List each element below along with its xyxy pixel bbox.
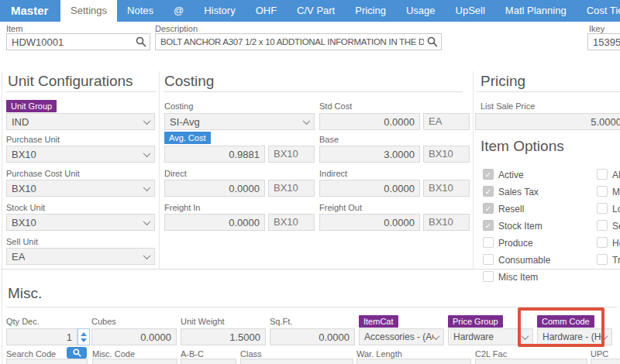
chevron-down-icon xyxy=(601,332,608,340)
chevron-down-icon xyxy=(143,218,151,225)
checkbox-misc-item[interactable] xyxy=(483,271,494,282)
stock-unit-select[interactable]: BX10 xyxy=(6,214,155,231)
itemcat-value: Accessories - (ACC) xyxy=(364,331,433,342)
costing-title: Costing xyxy=(164,73,214,90)
column-divider xyxy=(473,71,474,269)
itemcat-select[interactable]: Accessories - (ACC) xyxy=(359,328,444,345)
checkbox-option-col2[interactable] xyxy=(597,220,608,231)
checkbox-misc-item-label: Misc Item xyxy=(498,272,538,283)
heading-rule xyxy=(6,307,617,307)
checkbox-stock-item-label: Stock Item xyxy=(498,221,542,232)
purchase-cost-unit-value: BX10 xyxy=(12,183,36,194)
checkbox-option-col2-label: Tr xyxy=(612,255,620,266)
purchase-unit-label: Purchase Unit xyxy=(6,135,60,144)
search-icon xyxy=(73,349,81,357)
base-input[interactable] xyxy=(319,146,420,163)
std-cost-input[interactable] xyxy=(319,113,420,130)
tab-cost-tiers[interactable]: Cost Tiers xyxy=(577,0,620,22)
class-input[interactable] xyxy=(240,359,353,364)
checkbox-option-col2[interactable] xyxy=(597,169,608,180)
chevron-down-icon xyxy=(143,117,151,125)
freight-in-label: Freight In xyxy=(164,203,200,212)
checkbox-option-col2-label: Ma xyxy=(612,187,620,197)
search-icon[interactable] xyxy=(427,36,438,50)
pricing-title: Pricing xyxy=(480,73,525,90)
search-code-input[interactable] xyxy=(6,359,88,364)
abc-input[interactable] xyxy=(181,359,236,364)
unit-group-select[interactable]: IND xyxy=(6,113,155,130)
indirect-input[interactable] xyxy=(319,180,420,197)
list-sale-price-input[interactable] xyxy=(475,113,620,130)
ikey-input[interactable] xyxy=(587,33,620,50)
unit-configurations-title: Unit Configurations xyxy=(8,73,133,90)
price-group-select[interactable]: Hardware xyxy=(448,328,533,345)
item-input[interactable] xyxy=(6,33,150,50)
tab-cv-part[interactable]: C/V Part xyxy=(287,0,345,22)
tab-settings[interactable]: Settings xyxy=(60,0,117,22)
checkbox-option-col2[interactable] xyxy=(597,186,608,197)
purchase-unit-value: BX10 xyxy=(12,149,36,160)
avg-cost-badge: Avg. Cost xyxy=(164,132,211,144)
checkbox-resell[interactable] xyxy=(483,203,494,214)
upc-input[interactable] xyxy=(591,359,620,364)
checkbox-stock-item[interactable] xyxy=(483,220,494,231)
direct-input[interactable] xyxy=(164,180,265,197)
indirect-unit: BX10 xyxy=(423,180,470,197)
ikey-label: Ikey xyxy=(589,24,604,33)
comm-code-select[interactable]: Hardware - (Hardw xyxy=(537,328,612,345)
chevron-down-icon xyxy=(522,332,529,340)
unit-weight-input[interactable] xyxy=(181,328,266,345)
costing-method-select[interactable]: SI-Avg xyxy=(164,113,315,130)
checkbox-option-col2[interactable] xyxy=(597,203,608,214)
purchase-unit-select[interactable]: BX10 xyxy=(6,146,155,163)
tab-ohf[interactable]: OHF xyxy=(246,0,287,22)
stepper-up-icon[interactable] xyxy=(81,332,87,336)
war-length-input[interactable] xyxy=(356,359,471,364)
unit-group-value: IND xyxy=(12,116,29,128)
qty-dec-input[interactable] xyxy=(6,328,78,345)
sell-unit-select[interactable]: EA xyxy=(6,248,155,265)
qty-dec-stepper[interactable] xyxy=(78,328,90,345)
sell-unit-value: EA xyxy=(12,251,25,263)
heading-rule xyxy=(164,91,463,92)
tab-usage[interactable]: Usage xyxy=(396,0,446,22)
search-icon[interactable] xyxy=(136,36,146,50)
tab-at[interactable]: @ xyxy=(164,0,194,22)
purchase-cost-unit-select[interactable]: BX10 xyxy=(6,180,155,197)
stepper-down-icon[interactable] xyxy=(81,338,87,342)
freight-out-input[interactable] xyxy=(319,214,420,231)
tab-pricing[interactable]: Pricing xyxy=(345,0,396,22)
cubes-input[interactable] xyxy=(91,328,177,345)
chevron-down-icon xyxy=(143,184,151,191)
freight-out-label: Freight Out xyxy=(319,203,362,212)
tab-history[interactable]: History xyxy=(194,0,245,22)
list-sale-price-label: List Sale Price xyxy=(480,101,535,111)
panel-left-border xyxy=(2,71,2,364)
sqft-input[interactable] xyxy=(270,328,355,345)
class-label: Class xyxy=(240,349,262,359)
c2l-fac-label: C2L Fac xyxy=(475,349,507,359)
direct-label: Direct xyxy=(164,169,187,178)
search-code-button[interactable] xyxy=(67,347,87,359)
checkbox-consumable[interactable] xyxy=(483,254,494,265)
tab-matl-planning[interactable]: Matl Planning xyxy=(495,0,577,22)
costing-method-value: SI-Avg xyxy=(170,116,200,128)
description-input[interactable] xyxy=(155,33,442,50)
search-code-label: Search Code xyxy=(6,349,56,359)
tab-notes[interactable]: Notes xyxy=(117,0,164,22)
c2l-fac-input[interactable] xyxy=(475,359,587,364)
misc-code-input[interactable] xyxy=(92,359,177,364)
misc-code-label: Misc. Code xyxy=(92,349,135,359)
checkbox-option-col2[interactable] xyxy=(597,237,608,248)
price-group-value: Hardware xyxy=(453,331,494,342)
checkbox-sales-tax[interactable] xyxy=(483,186,494,197)
avg-cost-input[interactable] xyxy=(164,146,265,163)
checkbox-option-col2-label: Ho xyxy=(612,238,620,249)
master-screen-window: Master Screen Settings Notes @ History O… xyxy=(0,0,620,364)
freight-in-input[interactable] xyxy=(164,214,265,231)
checkbox-active[interactable] xyxy=(483,169,494,180)
checkbox-produce[interactable] xyxy=(483,237,494,248)
checkbox-option-col2-label: All xyxy=(612,170,620,180)
tab-upsell[interactable]: UpSell xyxy=(446,0,495,22)
checkbox-option-col2[interactable] xyxy=(597,254,608,265)
